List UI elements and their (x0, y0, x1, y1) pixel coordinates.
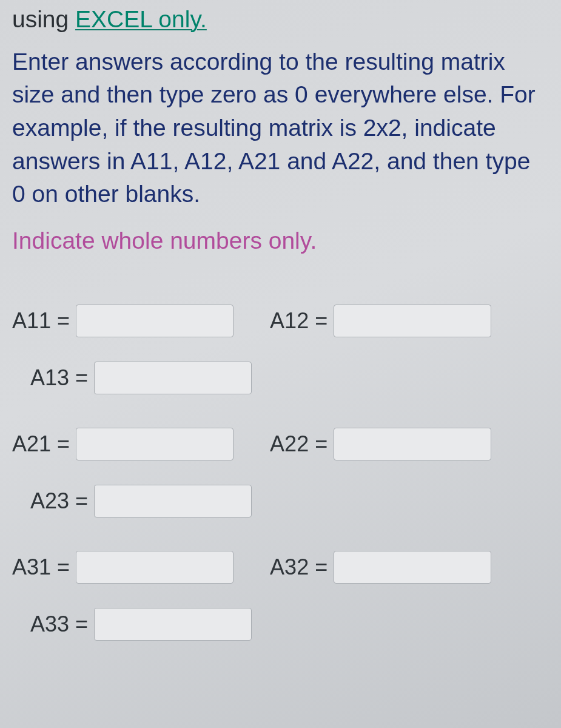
entry-a12: A12 = (270, 305, 491, 337)
row-a31-a32: A31 = A32 = (12, 551, 549, 584)
entry-a21: A21 = (12, 428, 233, 460)
label-a33: A33 = (30, 612, 88, 637)
row-a13: A13 = (12, 362, 549, 394)
input-a33[interactable] (94, 608, 252, 641)
row-a11-a12: A11 = A12 = (12, 305, 549, 337)
input-a12[interactable] (334, 305, 491, 337)
input-a32[interactable] (334, 551, 491, 584)
label-a32: A32 = (270, 554, 328, 580)
label-a21: A21 = (12, 431, 70, 457)
entry-a33: A33 = (30, 608, 252, 641)
label-a12: A12 = (270, 308, 328, 334)
entry-a32: A32 = (270, 551, 491, 584)
input-a13[interactable] (94, 362, 252, 394)
entry-a22: A22 = (270, 428, 491, 460)
entry-a31: A31 = (12, 551, 233, 584)
label-a23: A23 = (30, 488, 88, 514)
input-a11[interactable] (76, 305, 233, 337)
row-a33: A33 = (12, 608, 549, 641)
row-a21-a22: A21 = A22 = (12, 428, 549, 460)
label-a11: A11 = (12, 308, 70, 334)
label-a13: A13 = (30, 365, 88, 391)
input-a21[interactable] (76, 428, 233, 460)
entry-a13: A13 = (30, 362, 252, 394)
label-a22: A22 = (270, 431, 328, 457)
entry-a23: A23 = (30, 485, 252, 517)
header-emphasis: EXCEL only. (75, 6, 207, 32)
input-a31[interactable] (76, 551, 233, 584)
label-a31: A31 = (12, 554, 70, 580)
answer-form: A11 = A12 = A13 = A21 = A22 = (12, 305, 549, 641)
input-a23[interactable] (94, 485, 252, 517)
header-prefix: using (12, 6, 75, 32)
whole-numbers-note: Indicate whole numbers only. (12, 226, 549, 257)
row-a23: A23 = (12, 485, 549, 517)
instructions-paragraph: Enter answers according to the resulting… (12, 46, 549, 211)
input-a22[interactable] (334, 428, 491, 460)
entry-a11: A11 = (12, 305, 233, 337)
question-sheet: using EXCEL only. Enter answers accordin… (0, 0, 561, 728)
header-line: using EXCEL only. (12, 5, 549, 35)
